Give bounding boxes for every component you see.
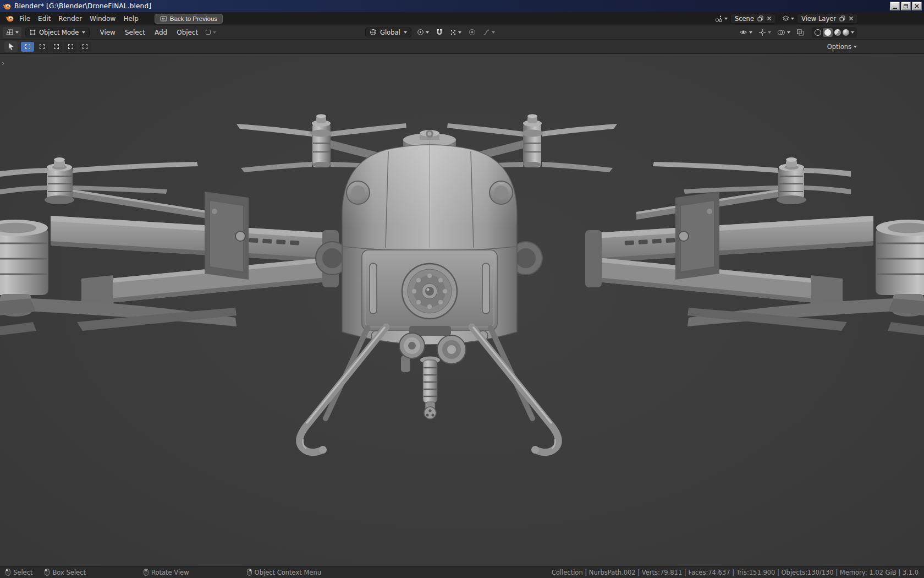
xray-icon — [796, 29, 804, 36]
tool-icon — [205, 29, 211, 35]
statusbar: Select Box Select Rotate View Object Con… — [0, 566, 924, 578]
select-mode-set-button[interactable] — [21, 42, 34, 52]
3d-viewport[interactable]: › — [0, 54, 924, 566]
back-to-previous-button[interactable]: Back to Previous — [155, 14, 223, 24]
maximize-button[interactable] — [901, 2, 911, 10]
xray-toggle[interactable] — [795, 28, 806, 37]
view-layer-icon — [782, 15, 789, 21]
minimize-button[interactable] — [890, 2, 900, 10]
magnet-icon — [436, 29, 443, 36]
window-controls — [890, 2, 922, 10]
scene-widget: Scene — [713, 14, 776, 24]
topbar-right: Scene View Layer — [713, 12, 858, 25]
chevron-down-icon — [854, 46, 857, 48]
back-icon — [160, 16, 167, 21]
chevron-down-icon — [724, 18, 728, 20]
gizmos-dropdown[interactable] — [757, 28, 773, 37]
chevron-down-icon — [768, 31, 771, 34]
hint-select: Select — [6, 569, 32, 576]
snap-settings-dropdown[interactable] — [448, 28, 463, 37]
topbar: File Edit Render Window Help Back to Pre… — [0, 12, 924, 25]
overlays-icon — [777, 29, 785, 36]
menu-edit[interactable]: Edit — [34, 14, 54, 24]
menu-view[interactable]: View — [96, 28, 119, 37]
new-scene-button[interactable] — [757, 15, 763, 21]
drone-model[interactable] — [0, 54, 924, 566]
pivot-point-dropdown[interactable] — [415, 28, 431, 37]
overlays-dropdown[interactable] — [776, 28, 792, 37]
proportional-falloff-dropdown[interactable] — [481, 28, 497, 37]
back-to-previous-label: Back to Previous — [170, 15, 217, 22]
shading-material-button[interactable] — [834, 29, 841, 36]
menu-render[interactable]: Render — [54, 14, 86, 24]
blender-window: Blender* [G:\Blender\DroneFINAL.blend] F… — [0, 0, 924, 578]
menu-help[interactable]: Help — [119, 14, 142, 24]
mode-selector[interactable]: Object Mode — [25, 28, 90, 37]
mode-selector-label: Object Mode — [39, 29, 79, 36]
menu-file[interactable]: File — [15, 14, 34, 24]
menu-add[interactable]: Add — [151, 28, 171, 37]
view-layer-widget: View Layer — [780, 14, 858, 24]
chevron-down-icon — [426, 31, 429, 34]
close-x-icon — [767, 16, 772, 21]
blender-logo-icon — [5, 15, 14, 22]
proportional-editing-toggle[interactable] — [467, 28, 477, 37]
tool-settings-bar: Options — [0, 40, 924, 54]
box-select-invert-icon — [68, 44, 73, 49]
shading-solid-button[interactable] — [823, 28, 833, 37]
duplicate-icon — [757, 15, 763, 21]
chevron-down-icon — [791, 18, 794, 20]
proportional-editing-icon — [469, 29, 476, 36]
options-dropdown[interactable]: Options — [827, 40, 857, 53]
close-button[interactable] — [912, 2, 922, 10]
remove-view-layer-button[interactable] — [849, 16, 854, 21]
mouse-middle-icon — [144, 569, 148, 576]
box-select-set-icon — [25, 44, 30, 49]
shading-wireframe-button[interactable] — [815, 29, 821, 36]
maximize-icon — [904, 4, 908, 8]
chevron-down-icon — [82, 31, 85, 34]
menu-object[interactable]: Object — [173, 28, 202, 37]
view-layer-name: View Layer — [801, 15, 836, 23]
viewport-header: Object Mode View Select Add Object Globa… — [0, 25, 924, 40]
eye-icon — [739, 29, 747, 35]
select-mode-extend-button[interactable] — [35, 42, 48, 52]
chevron-down-icon — [787, 31, 790, 34]
object-visibility-dropdown[interactable] — [738, 28, 754, 36]
scene-icon — [715, 15, 723, 22]
extra-tool-dropdown[interactable] — [204, 28, 218, 36]
snap-toggle[interactable] — [435, 28, 444, 37]
chevron-down-icon — [492, 31, 495, 34]
hint-label: Rotate View — [151, 569, 189, 576]
snap-increment-icon — [450, 29, 457, 36]
viewport-header-center: Global — [365, 25, 497, 39]
falloff-curve-icon — [483, 29, 490, 36]
browse-view-layer-dropdown[interactable] — [780, 14, 796, 23]
chevron-down-icon — [458, 31, 461, 34]
select-mode-subtract-button[interactable] — [50, 42, 63, 52]
hint-object-context-menu: Object Context Menu — [247, 569, 321, 576]
cursor-select-icon — [8, 42, 15, 51]
menu-window[interactable]: Window — [86, 14, 119, 24]
transform-orientation-dropdown[interactable]: Global — [365, 28, 411, 37]
hint-rotate-view: Rotate View — [144, 569, 189, 576]
viewport-3d-icon — [6, 29, 14, 36]
hint-label: Select — [13, 569, 32, 576]
active-tool-button[interactable] — [4, 41, 18, 52]
scene-name-field[interactable]: Scene — [730, 14, 776, 24]
browse-scene-dropdown[interactable] — [713, 14, 729, 23]
blender-menu-button[interactable] — [3, 14, 15, 23]
new-view-layer-button[interactable] — [839, 15, 845, 21]
unlink-scene-button[interactable] — [767, 16, 772, 21]
menu-select[interactable]: Select — [121, 28, 149, 37]
select-mode-intersect-button[interactable] — [78, 42, 91, 52]
shading-options-dropdown[interactable] — [851, 31, 854, 34]
viewport-header-right — [738, 25, 857, 39]
titlebar: Blender* [G:\Blender\DroneFINAL.blend] — [0, 0, 924, 12]
editor-type-dropdown[interactable] — [3, 27, 21, 38]
close-icon — [915, 4, 919, 8]
select-mode-invert-button[interactable] — [64, 42, 77, 52]
shading-rendered-button[interactable] — [843, 29, 849, 36]
view-layer-name-field[interactable]: View Layer — [797, 14, 858, 24]
gizmo-icon — [758, 29, 766, 36]
